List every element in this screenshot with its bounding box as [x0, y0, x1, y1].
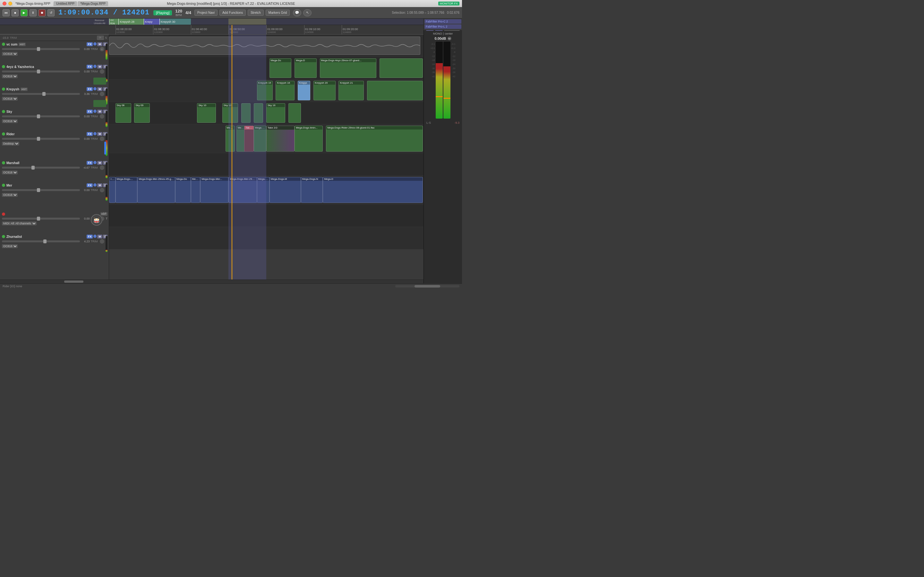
clip-mega-dogs-r[interactable]: Mega-Dogs: [254, 126, 266, 152]
mono-btn[interactable]: MONO: [433, 32, 442, 35]
clip-mega-dog[interactable]: Mega-Dog: [257, 177, 270, 203]
clip-krepysh21[interactable]: Krepysh 21: [338, 81, 363, 100]
stop-button[interactable]: ■: [11, 9, 19, 16]
clip-mega-dc[interactable]: Mega-Dc: [270, 58, 292, 78]
clip-vc-sum-main[interactable]: [109, 37, 420, 55]
track-fx-btn-krepysh[interactable]: FX: [87, 87, 93, 91]
clip-krepysh-more[interactable]: [367, 81, 423, 100]
track-fx-btn-rider[interactable]: FX: [87, 132, 93, 136]
clip-take22[interactable]: Take 2/2:: [266, 126, 294, 152]
clip-mega-dogs-timing[interactable]: Mega-Dogs-timin...: [294, 126, 323, 152]
horizontal-scroll-indicator[interactable]: [415, 285, 440, 287]
track-mute-btn-mer[interactable]: M: [97, 183, 102, 187]
scrollbar-thumb[interactable]: [64, 280, 83, 283]
clip-mega-dogs-mer2[interactable]: Mega-Dogs-Mer-29nov-45-glu...: [137, 177, 175, 203]
tab-mega-dogs[interactable]: *Mega-Dogs.RPP: [78, 1, 108, 6]
track-fader-krepysh[interactable]: [2, 93, 80, 95]
track-fader-mer[interactable]: [2, 189, 80, 191]
track-status-krepysh[interactable]: [2, 87, 5, 91]
track-fader-zhurnalist[interactable]: [2, 240, 80, 242]
clip-krepysh17[interactable]: Krepys: [298, 81, 310, 100]
track-status-midi[interactable]: [2, 213, 5, 216]
clip-mega-right[interactable]: [380, 58, 423, 78]
clip-mega-i[interactable]: Mega-I: [191, 177, 200, 203]
clip-sky-more[interactable]: [288, 103, 301, 123]
fx-plugin-1[interactable]: FabFilter Pro-C 2: [425, 19, 461, 24]
track-mute-btn-rider[interactable]: M: [97, 132, 102, 136]
track-fx-btn-sky[interactable]: FX: [87, 110, 93, 113]
track-status-sky[interactable]: [2, 110, 5, 113]
speech-bubble-button[interactable]: 💬: [293, 9, 301, 16]
loop-button[interactable]: ↺: [47, 9, 55, 16]
track-fader-sky[interactable]: [2, 115, 80, 117]
project-navi-button[interactable]: Project Navi: [194, 10, 218, 16]
track-status-zhurnalist[interactable]: [2, 235, 5, 238]
track-pan-sky[interactable]: [100, 114, 104, 119]
track-status-marshall[interactable]: [2, 161, 5, 164]
center-btn[interactable]: center: [445, 32, 453, 35]
clip-take2[interactable]: Take 2: [244, 126, 254, 152]
track-status-4eyz[interactable]: [2, 65, 5, 68]
clip-mega-1[interactable]: Mega-D: [294, 58, 317, 78]
track-status-rider[interactable]: [2, 132, 5, 135]
track-pan-marshall[interactable]: [100, 165, 104, 170]
clip-rider-mega-d[interactable]: Mega-D: [226, 126, 235, 152]
clip-sky10[interactable]: Sky 10: [197, 103, 216, 123]
fx-plugin-2[interactable]: FabFilter Pro-L 2: [425, 24, 461, 29]
clip-mega-dogs-4eyz[interactable]: Mega-Dogs-4eyz-29nov-07-glued...: [320, 58, 376, 78]
track-pan-krepysh[interactable]: [100, 92, 104, 96]
markers-grid-button[interactable]: Markers Grid: [266, 10, 290, 16]
clip-mega-dogs-mer6[interactable]: Mega-Dogs-N: [301, 177, 323, 203]
clip-krepysh20[interactable]: Krepysh 20: [313, 81, 336, 100]
track-pan-zhurnalist[interactable]: [100, 239, 104, 243]
clip-mega-dogs-mer3[interactable]: Mega-Dogs-Mer...: [200, 177, 228, 203]
stretch-button[interactable]: Stretch: [248, 10, 264, 16]
record-button[interactable]: ⏺: [39, 9, 45, 16]
track-fx-btn-4eyz[interactable]: FX: [87, 65, 93, 69]
track-mute-btn-vc-sum[interactable]: M: [97, 42, 102, 46]
track-pan-4eyz[interactable]: [100, 69, 104, 74]
pause-button[interactable]: ⏸: [29, 9, 37, 16]
play-button[interactable]: ▶: [21, 9, 27, 16]
clip-mega-dogs-mer4[interactable]: Mega-Dogs-Mer-29nov-58-g...: [228, 177, 257, 203]
clip-krepysh15[interactable]: Krepysh 15: [257, 81, 273, 100]
clip-mega-dogs-mer5[interactable]: Mega-Dogs-M: [270, 177, 301, 203]
clip-mega-dogs-mer1[interactable]: Mega-Dogs-...: [115, 177, 137, 203]
tab-mega-dogs-timing[interactable]: *Mega-Dogs-timing.RPP: [13, 1, 53, 6]
clip-mer-start[interactable]: << Mer: [109, 177, 115, 203]
track-fader-4eyz[interactable]: [2, 71, 80, 73]
track-mute-btn-4eyz[interactable]: M: [97, 65, 102, 69]
tab-untitled[interactable]: Untitled.RPP: [53, 1, 77, 6]
track-fader-marshall[interactable]: [2, 167, 80, 169]
track-fader-midi[interactable]: [2, 218, 80, 219]
track-mute-btn-zhurnalist[interactable]: M: [97, 235, 102, 239]
time-signature[interactable]: 4/4: [186, 10, 191, 15]
track-fx-btn-mer[interactable]: FX: [87, 183, 93, 187]
track-fader-vc-sum[interactable]: [2, 48, 80, 50]
track-fx-btn-marshall[interactable]: FX: [87, 161, 93, 165]
cursor-button[interactable]: ↖: [303, 9, 312, 16]
clip-sky12[interactable]: Sky 12: [222, 103, 238, 123]
add-functions-button[interactable]: Add Functions: [220, 10, 246, 16]
track-fx-btn-zhurnalist[interactable]: FX: [87, 235, 93, 239]
clip-krepysh16[interactable]: Krepysh 16: [276, 81, 294, 100]
minimize-button[interactable]: [8, 2, 12, 5]
clip-sky16[interactable]: Sky 16: [266, 103, 285, 123]
track-pan-mer[interactable]: [100, 188, 104, 192]
rewind-button[interactable]: ⏮: [3, 9, 10, 16]
clip-sky12c[interactable]: [254, 103, 263, 123]
track-pan-vc-sum[interactable]: ○: [100, 47, 104, 51]
clip-sky09[interactable]: Sky 09: [134, 103, 150, 123]
track-status-vc-sum[interactable]: [2, 43, 5, 46]
track-fader-rider[interactable]: [2, 138, 80, 140]
track-fx-btn-vc-sum[interactable]: FX: [87, 42, 93, 46]
track-mute-btn-sky[interactable]: M: [97, 110, 102, 113]
horizontal-scrollbar[interactable]: [0, 279, 423, 284]
close-button[interactable]: [3, 2, 6, 5]
master-m-btn[interactable]: M: [447, 37, 451, 40]
track-mute-btn-marshall[interactable]: M: [97, 161, 102, 165]
monitor-fx-badge[interactable]: MONITOR FX: [438, 2, 459, 5]
track-pan-rider[interactable]: [100, 137, 104, 141]
clip-mega-end[interactable]: Mega-D: [323, 177, 423, 203]
track-status-mer[interactable]: [2, 184, 5, 187]
